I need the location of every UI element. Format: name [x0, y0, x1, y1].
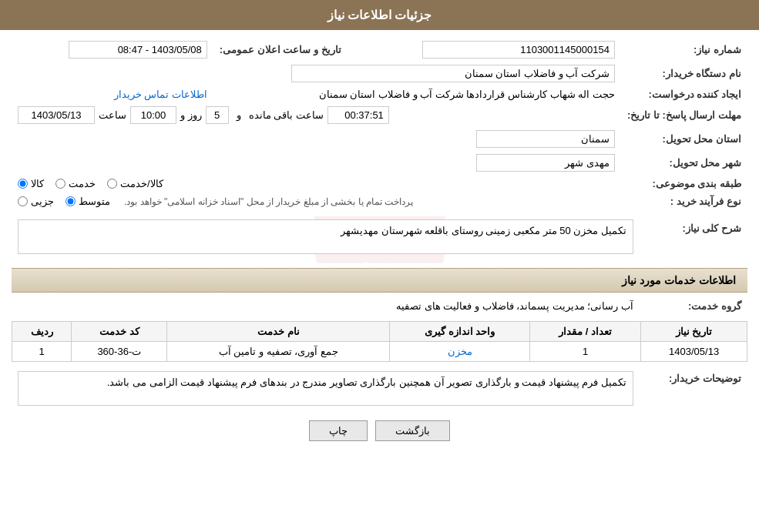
page-title: جزئیات اطلاعات نیاز	[0, 0, 759, 30]
noe-motavaset-radio[interactable]	[65, 196, 76, 206]
col-name: نام خدمت	[167, 322, 390, 342]
ostan-value: سمنان	[12, 127, 621, 151]
tabaqe-kala-khidmat-radio[interactable]	[107, 179, 117, 189]
noe-farayand-options: پرداخت تمام یا بخشی از مبلغ خریدار از مح…	[12, 192, 621, 210]
saat-mande-field: 00:37:51	[327, 106, 389, 124]
tabaqe-kala-khidmat-label: کالا/خدمت	[120, 178, 163, 189]
col-tarikh: تاریخ نیاز	[641, 322, 747, 342]
ostan-field: سمنان	[476, 130, 615, 148]
shomara-niaz-label: شماره نیاز:	[621, 38, 747, 62]
nam-dastgah-value: شرکت آب و فاضلاب استان سمنان	[12, 62, 621, 85]
gorohe-khadamat-label: گروه خدمت:	[640, 297, 747, 315]
saat-field: 10:00	[130, 106, 176, 124]
tabaqe-kala-khidmat[interactable]: کالا/خدمت	[107, 178, 163, 189]
tabaqe-khidmat-label: خدمت	[69, 178, 96, 189]
cell-vahed: مخزن	[390, 342, 530, 362]
tabaqe-khidmat[interactable]: خدمت	[55, 178, 96, 189]
table-row: 1403/05/13 1 مخزن جمع آوری، تصفیه و تامی…	[12, 342, 747, 362]
sharh-label: شرح کلی نیاز:	[640, 216, 747, 257]
cell-name: جمع آوری، تصفیه و تامین آب	[167, 342, 390, 362]
saat-mande-label: ساعت باقی مانده	[249, 109, 324, 121]
button-row: بازگشت چاپ	[12, 420, 747, 441]
bazgasht-button[interactable]: بازگشت	[375, 420, 450, 441]
shahr-field: مهدی شهر	[476, 154, 615, 172]
tabaqe-khidmat-radio[interactable]	[55, 179, 65, 189]
mohlat-value: 00:37:51 ساعت باقی مانده و 5 روز و 10:00…	[12, 103, 621, 127]
ejad-label: ایجاد کننده درخواست:	[621, 85, 747, 103]
tosih-label: توضیحات خریدار:	[640, 368, 747, 409]
mohlat-label: مهلت ارسال پاسخ: تا تاریخ:	[621, 103, 747, 127]
cell-tarikh: 1403/05/13	[641, 342, 747, 362]
services-table: تاریخ نیاز تعداد / مقدار واحد اندازه گیر…	[12, 321, 747, 362]
etelaat-tamas-link[interactable]: اطلاعات تماس خریدار	[114, 89, 207, 100]
tabaqe-kala-label: کالا	[31, 178, 44, 189]
sharh-field: تکمیل مخزن 50 متر مکعبی زمینی روستای باق…	[18, 219, 633, 254]
cell-radif: 1	[12, 342, 72, 362]
tarikh-elan-value: 1403/05/08 - 08:47	[12, 38, 213, 62]
ostan-label: استان محل تحویل:	[621, 127, 747, 151]
ejad-field: حجت اله شهاب کارشناس قراردادها شرکت آب و…	[319, 89, 615, 100]
tabaqe-kala[interactable]: کالا	[18, 178, 44, 189]
tabaqe-label: طبقه بندی موضوعی:	[621, 175, 747, 192]
etelaat-tamas-cell: اطلاعات تماس خریدار	[12, 85, 213, 103]
sharh-table: شرح کلی نیاز: تکمیل مخزن 50 متر مکعبی زم…	[12, 216, 747, 257]
main-info-table: شماره نیاز: 1103001145000154 تاریخ و ساع…	[12, 38, 747, 210]
noe-jozii-label: جزیی	[31, 196, 54, 207]
tosih-value: تکمیل فرم پیشنهاد قیمت و بارگذاری تصویر …	[12, 368, 640, 409]
col-code: کد خدمت	[72, 322, 167, 342]
chap-button[interactable]: چاپ	[309, 420, 368, 441]
cell-code: ت-36-360	[72, 342, 167, 362]
shahr-value: مهدی شهر	[12, 151, 621, 175]
col-tedad: تعداد / مقدار	[530, 322, 641, 342]
shahr-label: شهر محل تحویل:	[621, 151, 747, 175]
sharh-value: تکمیل مخزن 50 متر مکعبی زمینی روستای باق…	[12, 216, 640, 257]
tabaqe-kala-radio[interactable]	[18, 179, 28, 189]
tosih-field: تکمیل فرم پیشنهاد قیمت و بارگذاری تصویر …	[18, 371, 633, 406]
gorohe-khadamat-table: گروه خدمت: آب رسانی؛ مدیریت پسماند، فاضل…	[12, 297, 747, 315]
noe-farayand-label: نوع فرآیند خرید :	[621, 192, 747, 210]
col-radif: ردیف	[12, 322, 72, 342]
tosih-table: توضیحات خریدار: تکمیل فرم پیشنهاد قیمت و…	[12, 368, 747, 409]
tarikh-elan-label: تاریخ و ساعت اعلان عمومی:	[213, 38, 348, 62]
noe-farayand-desc: پرداخت تمام یا بخشی از مبلغ خریدار از مح…	[124, 196, 413, 207]
saat-label: ساعت	[99, 109, 126, 121]
noe-jozii-radio[interactable]	[18, 196, 28, 206]
col-vahed: واحد اندازه گیری	[390, 322, 530, 342]
gorohe-khadamat-value: آب رسانی؛ مدیریت پسماند، فاضلاب و فعالیت…	[12, 297, 640, 315]
nam-dastgah-label: نام دستگاه خریدار:	[621, 62, 747, 85]
noe-motavaset[interactable]: متوسط	[65, 196, 110, 207]
mohlat-date-field: 1403/05/13	[18, 106, 95, 124]
noe-motavaset-label: متوسط	[79, 196, 110, 207]
rooz-field: 5	[206, 106, 229, 124]
noe-jozii[interactable]: جزیی	[18, 196, 54, 207]
cell-tedad: 1	[530, 342, 641, 362]
shomara-niaz-value: 1103001145000154	[348, 38, 621, 62]
tarikh-elan-field: 1403/05/08 - 08:47	[69, 41, 207, 59]
khadamat-section-header: اطلاعات خدمات مورد نیاز	[12, 268, 747, 293]
rooz-label: روز و	[180, 109, 202, 121]
ejad-value: حجت اله شهاب کارشناس قراردادها شرکت آب و…	[213, 85, 621, 103]
tabaqe-options: کالا/خدمت خدمت کالا	[12, 175, 621, 192]
svg-text:Tender: Tender	[363, 259, 396, 263]
nam-dastgah-field: شرکت آب و فاضلاب استان سمنان	[291, 65, 615, 82]
shomara-niaz-field: 1103001145000154	[422, 41, 615, 59]
